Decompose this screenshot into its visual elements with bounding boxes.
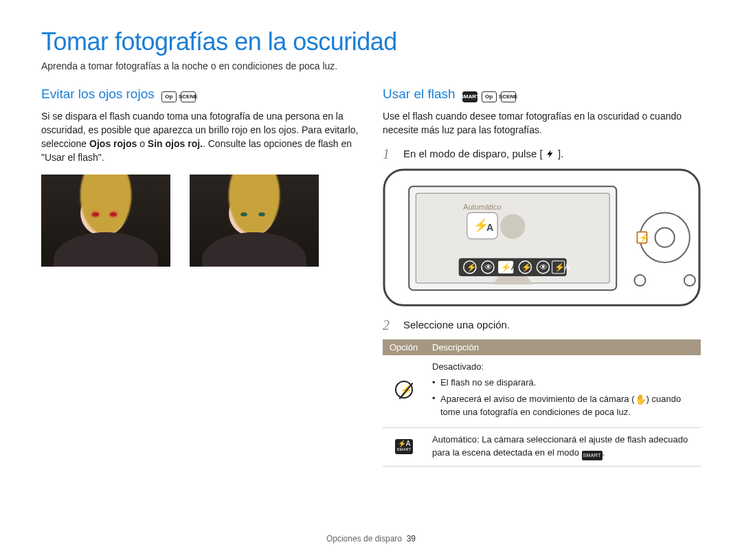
svg-text:⚡: ⚡	[466, 262, 477, 272]
subhead-red-eye: Evitar los ojos rojos	[41, 87, 155, 102]
th-description: Descripción	[425, 339, 701, 355]
flash-off-icon	[395, 381, 413, 399]
photo-corrected	[190, 175, 319, 267]
page-title: Tomar fotografías en la oscuridad	[41, 27, 701, 56]
svg-text:⚡A: ⚡A	[554, 262, 571, 272]
section-avoid-red-eye: Evitar los ojos rojos Op SCENE Si se dis…	[41, 87, 359, 467]
svg-text:⚡A: ⚡A	[501, 262, 517, 272]
svg-text:⚡: ⚡	[639, 233, 649, 243]
photo-red-eye	[41, 175, 170, 267]
flash-intro: Use el flash cuando desee tomar fotograf…	[383, 109, 701, 137]
mode-badge-scene: SCENE	[181, 91, 196, 102]
svg-text:A: A	[486, 222, 493, 233]
table-row: Automático: La cámara seleccionará el aj…	[383, 428, 701, 467]
flash-bolt-icon	[546, 148, 555, 157]
page-footer: Opciones de disparo 39	[0, 534, 742, 544]
red-eye-paragraph: Si se dispara el flash cuando toma una f…	[41, 109, 359, 165]
row1-bullet-2: Aparecerá el aviso de movimiento de la c…	[432, 392, 694, 419]
step-2-number: 2	[383, 317, 395, 333]
table-row: Desactivado: El flash no se disparará. A…	[383, 355, 701, 427]
shake-warning-icon	[635, 394, 647, 404]
step-1-number: 1	[383, 146, 395, 161]
smart-mode-icon: SMART	[582, 451, 603, 460]
svg-text:Automático: Automático	[463, 203, 501, 211]
mode-badge-scene-2: SCENE	[501, 91, 516, 102]
camera-illustration: ⚡ A Automático ⚡ 👁 ⚡A ⚡ 👁 ⚡A	[383, 168, 701, 306]
step-2-text: Seleccione una opción.	[403, 317, 701, 333]
step-1-text: En el modo de disparo, pulse [ ].	[403, 146, 701, 161]
row1-bullet-1: El flash no se disparará.	[432, 377, 694, 390]
section-use-flash: Usar el flash SMART Op SCENE Use el flas…	[383, 87, 701, 467]
flash-auto-smart-icon	[395, 439, 413, 454]
flash-options-table: Opción Descripción Desactivado: El flash…	[383, 339, 701, 467]
svg-text:👁: 👁	[484, 262, 493, 272]
svg-text:👁: 👁	[539, 262, 548, 272]
mode-badge-smart: SMART	[462, 91, 477, 102]
mode-badge-op: Op	[161, 91, 177, 102]
lead-text: Aprenda a tomar fotografías a la noche o…	[41, 60, 701, 71]
mode-badge-op-2: Op	[482, 91, 497, 102]
svg-point-3	[500, 214, 525, 239]
subhead-use-flash: Usar el flash	[383, 87, 456, 102]
svg-text:⚡: ⚡	[521, 262, 532, 272]
th-option: Opción	[383, 339, 425, 355]
